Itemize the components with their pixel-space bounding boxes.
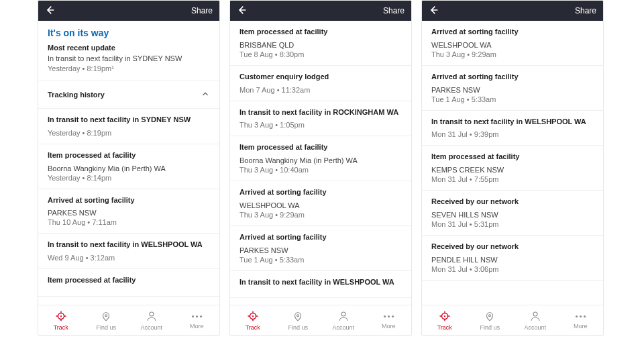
status-location: In transit to next facility in SYDNEY NS… xyxy=(48,54,210,62)
tab-label: Find us xyxy=(96,324,116,331)
event-time: Thu 10 Aug • 7:11am xyxy=(48,218,210,226)
top-bar: Share xyxy=(38,1,219,21)
event-list: In transit to next facility in SYDNEY NS… xyxy=(38,109,219,297)
tab-account[interactable]: Account xyxy=(321,305,366,335)
event-title: In transit to next facility in WELSHPOOL… xyxy=(48,240,210,250)
top-bar: Share xyxy=(230,1,411,21)
tracking-event: Arrived at sorting facility WELSHPOOL WA… xyxy=(422,21,603,66)
status-block: It's on its way Most recent update In tr… xyxy=(38,21,219,77)
share-button[interactable]: Share xyxy=(191,6,213,15)
event-location: Boorna Wangkiny Mia (in Perth) WA xyxy=(48,164,210,172)
tracking-event: Arrived at sorting facility WELSHPOOL WA… xyxy=(230,181,411,226)
tab-find-us[interactable]: Find us xyxy=(468,305,513,335)
tab-label: More xyxy=(574,323,588,330)
tab-label: Find us xyxy=(288,324,308,331)
tracking-history-toggle[interactable]: Tracking history xyxy=(38,81,219,109)
event-title: In transit to next facility in WELSHPOOL… xyxy=(431,117,594,127)
event-list: Item processed at facility BRISBANE QLD … xyxy=(230,21,411,298)
tracking-event: In transit to next facility in ROCKINGHA… xyxy=(230,101,411,137)
event-title: Arrived at sorting facility xyxy=(239,188,402,197)
tracking-event: Received by our network SEVEN HILLS NSW … xyxy=(422,191,603,236)
event-title: In transit to next facility in ROCKINGHA… xyxy=(239,108,402,117)
tracking-event: Item processed at facility Boorna Wangki… xyxy=(38,144,219,189)
tab-more[interactable]: More xyxy=(558,305,604,335)
event-time: Mon 31 Jul • 9:39pm xyxy=(431,130,594,138)
back-arrow-icon[interactable] xyxy=(45,5,56,17)
svg-point-5 xyxy=(252,315,254,316)
tab-label: Account xyxy=(140,324,162,331)
tracking-event: In transit to next facility in WELSHPOOL… xyxy=(422,111,603,146)
tracking-event: Item processed at facility xyxy=(38,269,219,297)
event-title: In transit to next facility in SYDNEY NS… xyxy=(48,115,210,125)
event-time: Mon 31 Jul • 7:55pm xyxy=(431,175,594,183)
status-title: It's on its way xyxy=(48,28,210,38)
tracking-event: In transit to next facility in WELSHPOOL… xyxy=(230,271,411,299)
pin-icon xyxy=(292,310,304,324)
event-location: KEMPS CREEK NSW xyxy=(431,166,594,174)
tracking-history-label: Tracking history xyxy=(48,91,105,99)
event-time: Mon 31 Jul • 3:06pm xyxy=(431,265,594,273)
event-time: Thu 3 Aug • 10:40am xyxy=(239,166,402,174)
tab-account[interactable]: Account xyxy=(513,305,558,335)
event-location: PARKES NSW xyxy=(431,86,594,94)
person-icon xyxy=(146,310,158,324)
tab-bar: Track Find us Account More xyxy=(230,305,411,335)
person-icon xyxy=(337,310,350,324)
target-icon xyxy=(439,310,451,324)
event-title: Arrived at sorting facility xyxy=(48,196,210,205)
event-location: BRISBANE QLD xyxy=(239,41,402,49)
pin-icon xyxy=(484,310,496,324)
event-title: In transit to next facility in WELSHPOOL… xyxy=(239,278,402,287)
back-arrow-icon[interactable] xyxy=(429,5,439,17)
event-title: Arrived at sorting facility xyxy=(239,233,402,242)
tab-label: Account xyxy=(524,324,546,331)
event-time: Thu 3 Aug • 9:29am xyxy=(431,50,594,58)
tab-track[interactable]: Track xyxy=(38,305,84,335)
more-dots-icon xyxy=(576,311,586,322)
svg-point-9 xyxy=(444,315,445,316)
event-time: Yesterday • 8:19pm xyxy=(48,129,210,137)
event-time: Tue 1 Aug • 5:33am xyxy=(239,256,402,264)
share-button[interactable]: Share xyxy=(575,6,596,15)
event-title: Received by our network xyxy=(431,242,594,252)
tracking-event: Item processed at facility KEMPS CREEK N… xyxy=(422,146,603,191)
svg-point-2 xyxy=(105,314,107,316)
tab-more[interactable]: More xyxy=(366,305,412,335)
event-title: Received by our network xyxy=(431,197,594,207)
target-icon xyxy=(247,310,259,324)
event-title: Item processed at facility xyxy=(431,152,594,162)
event-list: Arrived at sorting facility WELSHPOOL WA… xyxy=(422,21,603,281)
tab-bar: Track Find us Account More xyxy=(38,305,219,335)
svg-point-11 xyxy=(533,312,537,316)
tab-label: Track xyxy=(246,324,260,331)
screen-3: Share Arrived at sorting facility WELSHP… xyxy=(421,0,604,336)
event-title: Arrived at sorting facility xyxy=(431,28,594,37)
event-location: Boorna Wangkiny Mia (in Perth) WA xyxy=(239,156,402,164)
event-location: WELSHPOOL WA xyxy=(431,41,594,49)
svg-point-7 xyxy=(341,312,345,316)
share-button[interactable]: Share xyxy=(383,6,405,15)
more-dots-icon xyxy=(192,311,202,322)
tab-find-us[interactable]: Find us xyxy=(276,305,321,335)
event-title: Customer enquiry lodged xyxy=(239,72,402,82)
tab-find-us[interactable]: Find us xyxy=(84,305,129,335)
chevron-up-icon xyxy=(201,89,210,100)
tab-label: Track xyxy=(437,324,452,331)
tab-more[interactable]: More xyxy=(174,305,220,335)
tracking-event: Arrived at sorting facility PARKES NSW T… xyxy=(422,66,603,111)
tab-label: More xyxy=(190,323,204,330)
event-time: Tue 8 Aug • 8:30pm xyxy=(239,50,402,58)
tracking-event: Item processed at facility Boorna Wangki… xyxy=(230,136,411,181)
tab-account[interactable]: Account xyxy=(129,305,174,335)
tracking-event: Customer enquiry lodged Mon 7 Aug • 11:3… xyxy=(230,66,411,101)
status-subhead: Most recent update xyxy=(48,44,210,52)
event-time: Wed 9 Aug • 3:12am xyxy=(48,254,210,262)
screen-2: Share Item processed at facility BRISBAN… xyxy=(229,0,412,336)
event-title: Item processed at facility xyxy=(239,143,402,152)
back-arrow-icon[interactable] xyxy=(237,5,248,17)
tab-track[interactable]: Track xyxy=(422,305,468,335)
more-dots-icon xyxy=(384,311,394,322)
tab-track[interactable]: Track xyxy=(230,305,276,335)
person-icon xyxy=(529,310,541,324)
status-time: Yesterday • 8:19pm¹ xyxy=(48,64,210,72)
